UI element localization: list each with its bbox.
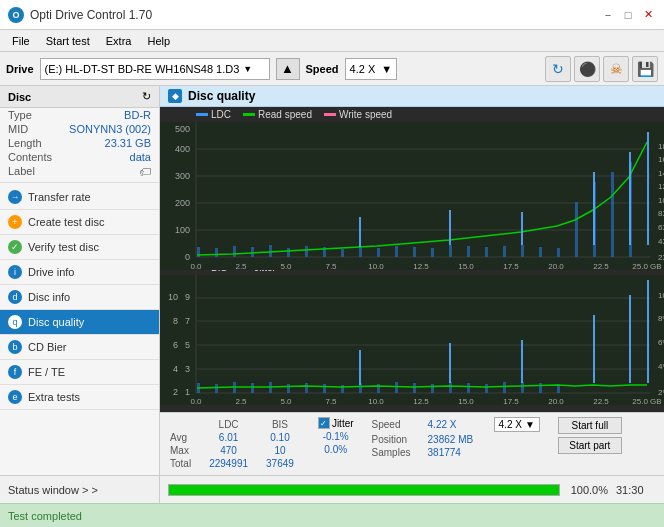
time-display: 31:30: [616, 484, 656, 496]
menu-extra[interactable]: Extra: [98, 33, 140, 49]
menu-start-test[interactable]: Start test: [38, 33, 98, 49]
cd-bier-icon: b: [8, 340, 22, 354]
nav-create-test-disc[interactable]: + Create test disc: [0, 210, 159, 235]
nav-fe-te-label: FE / TE: [28, 366, 65, 378]
nav-verify-test-disc[interactable]: ✓ Verify test disc: [0, 235, 159, 260]
svg-text:12.5: 12.5: [413, 262, 429, 270]
nav-disc-info[interactable]: d Disc info: [0, 285, 159, 310]
svg-text:3: 3: [185, 364, 190, 374]
svg-rect-107: [359, 350, 361, 385]
status-left: Status window > >: [0, 476, 160, 503]
svg-text:10X: 10X: [658, 196, 664, 205]
speed-select[interactable]: 4.2 X ▼: [345, 58, 398, 80]
legend-ldc: LDC: [196, 109, 231, 120]
disc-icon[interactable]: ⚫: [574, 56, 600, 82]
drive-select[interactable]: (E:) HL-DT-ST BD-RE WH16NS48 1.D3 ▼: [40, 58, 270, 80]
jitter-header: ✓ Jitter: [318, 417, 354, 429]
nav-disc-quality[interactable]: q Disc quality: [0, 310, 159, 335]
legend-read: Read speed: [243, 109, 312, 120]
status-window-button[interactable]: Status window > >: [0, 482, 106, 498]
svg-text:22.5: 22.5: [593, 397, 609, 405]
nav-transfer-rate[interactable]: → Transfer rate: [0, 185, 159, 210]
start-full-button[interactable]: Start full: [558, 417, 622, 434]
stats-table: LDC BIS Avg 6.01 0.10 Max 470 10: [168, 417, 304, 471]
drive-bar: Drive (E:) HL-DT-ST BD-RE WH16NS48 1.D3 …: [0, 52, 664, 86]
legend-ldc-color: [196, 113, 208, 116]
svg-text:6X: 6X: [658, 223, 664, 232]
save-icon[interactable]: 💾: [632, 56, 658, 82]
window-controls: − □ ✕: [600, 7, 656, 23]
svg-rect-98: [413, 383, 416, 393]
menu-help[interactable]: Help: [139, 33, 178, 49]
jitter-checkbox[interactable]: ✓: [318, 417, 330, 429]
buttons-section: Start full Start part: [558, 417, 622, 454]
svg-text:100: 100: [175, 225, 190, 235]
svg-text:5.0: 5.0: [280, 262, 292, 270]
svg-rect-35: [431, 248, 434, 257]
svg-text:12X: 12X: [658, 182, 664, 191]
title-bar: O Opti Drive Control 1.70 − □ ✕: [0, 0, 664, 30]
fe-te-icon: f: [8, 365, 22, 379]
close-button[interactable]: ✕: [640, 7, 656, 23]
nav-extra-tests[interactable]: e Extra tests: [0, 385, 159, 410]
svg-rect-43: [575, 202, 578, 257]
svg-rect-39: [503, 246, 506, 257]
svg-rect-45: [611, 172, 614, 257]
disc-contents-value: data: [130, 151, 151, 163]
speed-pos-section: Speed 4.22 X 4.2 X ▼ Position 23862 MB S…: [372, 417, 540, 458]
svg-text:1: 1: [185, 387, 190, 397]
svg-text:20.0: 20.0: [548, 262, 564, 270]
stats-max-row: Max 470 10: [170, 445, 302, 456]
stats-max-label: Max: [170, 445, 199, 456]
position-row: Position 23862 MB: [372, 434, 540, 445]
svg-rect-25: [251, 247, 254, 257]
maximize-button[interactable]: □: [620, 7, 636, 23]
svg-rect-47: [359, 217, 361, 247]
disc-mid-row: MID SONYNN3 (002): [0, 122, 159, 136]
svg-text:12.5: 12.5: [413, 397, 429, 405]
chart-bottom-svg: 1 3 5 7 9 2 4 6 8 10 2% 4% 6% 8% 10%: [160, 275, 664, 405]
svg-text:2.5: 2.5: [235, 397, 247, 405]
nav-cd-bier[interactable]: b CD Bier: [0, 335, 159, 360]
svg-rect-40: [521, 245, 524, 257]
drive-select-arrow: ▼: [243, 64, 252, 74]
disc-quality-header-icon: ◆: [168, 89, 182, 103]
minimize-button[interactable]: −: [600, 7, 616, 23]
nav-drive-info[interactable]: i Drive info: [0, 260, 159, 285]
svg-text:10: 10: [168, 292, 178, 302]
nav-verify-test-disc-label: Verify test disc: [28, 241, 99, 253]
nav-drive-info-label: Drive info: [28, 266, 74, 278]
svg-rect-36: [449, 245, 452, 257]
legend-read-color: [243, 113, 255, 116]
svg-text:2%: 2%: [658, 388, 664, 397]
menu-file[interactable]: File: [4, 33, 38, 49]
svg-text:14X: 14X: [658, 169, 664, 178]
drive-select-value: (E:) HL-DT-ST BD-RE WH16NS48 1.D3: [45, 63, 240, 75]
disc-refresh-icon[interactable]: ↻: [142, 90, 151, 103]
drive-info-icon: i: [8, 265, 22, 279]
svg-text:500: 500: [175, 124, 190, 134]
eject-button[interactable]: ▲: [276, 58, 300, 80]
legend-write: Write speed: [324, 109, 392, 120]
window-title: Opti Drive Control 1.70: [30, 8, 152, 22]
svg-rect-52: [647, 132, 649, 245]
stats-avg-ldc: 6.01: [201, 432, 256, 443]
status-bar: Status window > > 100.0% 31:30: [0, 475, 664, 503]
verify-test-disc-icon: ✓: [8, 240, 22, 254]
refresh-icon[interactable]: ↻: [545, 56, 571, 82]
disc-header-text: Disc: [8, 91, 31, 103]
start-part-button[interactable]: Start part: [558, 437, 622, 454]
disc-length-row: Length 23.31 GB: [0, 136, 159, 150]
burn-icon[interactable]: ☠: [603, 56, 629, 82]
svg-rect-112: [647, 280, 649, 383]
nav-create-test-disc-label: Create test disc: [28, 216, 104, 228]
speed-select-stat[interactable]: 4.2 X ▼: [494, 417, 540, 432]
samples-label: Samples: [372, 447, 422, 458]
svg-rect-38: [485, 247, 488, 257]
svg-text:8%: 8%: [658, 314, 664, 323]
samples-row: Samples 381774: [372, 447, 540, 458]
svg-text:7.5: 7.5: [325, 262, 337, 270]
completed-bar: Test completed: [0, 503, 664, 527]
nav-fe-te[interactable]: f FE / TE: [0, 360, 159, 385]
svg-text:8: 8: [173, 316, 178, 326]
